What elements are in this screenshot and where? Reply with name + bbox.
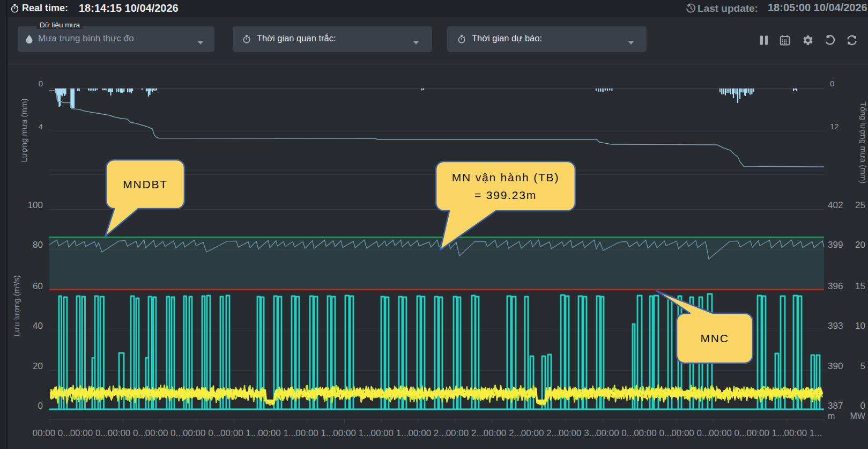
svg-text:00:00 2...: 00:00 2...	[409, 428, 447, 438]
svg-text:00:00 2...: 00:00 2...	[446, 428, 484, 438]
svg-text:387: 387	[828, 401, 843, 411]
svg-text:00:00 1...: 00:00 1...	[784, 428, 822, 438]
svg-text:00:00 2...: 00:00 2...	[521, 428, 559, 438]
svg-text:00:00 0...: 00:00 0...	[671, 428, 709, 438]
svg-text:60: 60	[33, 281, 43, 291]
svg-text:20: 20	[855, 240, 865, 250]
svg-text:Lưu lượng (m³/s): Lưu lượng (m³/s)	[12, 275, 21, 336]
svg-text:0: 0	[830, 79, 834, 88]
svg-text:00:00 0...: 00:00 0...	[70, 428, 108, 438]
svg-text:00:00 1...: 00:00 1...	[258, 428, 296, 438]
svg-text:MNDBT: MNDBT	[123, 178, 168, 190]
svg-text:00:00 1...: 00:00 1...	[746, 428, 784, 438]
svg-text:MW: MW	[850, 411, 866, 421]
svg-text:12: 12	[830, 122, 839, 131]
svg-text:00:00 0...: 00:00 0...	[709, 428, 747, 438]
svg-text:00:00 1...: 00:00 1...	[333, 428, 371, 438]
svg-text:399: 399	[828, 240, 843, 250]
svg-text:5: 5	[860, 361, 865, 371]
svg-text:00:00 1...: 00:00 1...	[370, 428, 409, 438]
svg-text:Lượng mưa (mm): Lượng mưa (mm)	[19, 98, 28, 162]
svg-text:00:00 0...: 00:00 0...	[634, 428, 672, 438]
svg-text:00:00 0...: 00:00 0...	[145, 428, 183, 438]
svg-text:00:00 0...: 00:00 0...	[183, 428, 221, 438]
svg-text:= 399.23m: = 399.23m	[474, 189, 537, 201]
svg-text:MN vận hành (TB): MN vận hành (TB)	[452, 171, 559, 183]
svg-text:00:00 0...: 00:00 0...	[596, 428, 634, 438]
svg-text:MNC: MNC	[700, 332, 729, 344]
svg-text:0: 0	[38, 401, 43, 411]
svg-text:00:00 0...: 00:00 0...	[108, 428, 146, 438]
svg-text:00:00 0...: 00:00 0...	[33, 428, 71, 438]
svg-text:396: 396	[828, 281, 843, 291]
svg-text:m: m	[828, 411, 835, 421]
svg-text:25: 25	[855, 200, 865, 210]
svg-text:00:00 1...: 00:00 1...	[295, 428, 333, 438]
svg-text:390: 390	[828, 361, 843, 371]
svg-text:00:00 3...: 00:00 3...	[559, 428, 597, 438]
svg-text:0: 0	[860, 401, 865, 411]
svg-text:80: 80	[33, 240, 43, 250]
svg-text:10: 10	[855, 321, 865, 331]
svg-text:393: 393	[828, 321, 843, 331]
svg-text:40: 40	[33, 321, 43, 331]
svg-text:00:00 1...: 00:00 1...	[220, 428, 258, 438]
svg-text:00:00 2...: 00:00 2...	[484, 428, 522, 438]
svg-text:100: 100	[28, 200, 43, 210]
svg-text:Tổng lượng mưa (mm): Tổng lượng mưa (mm)	[859, 102, 868, 183]
svg-text:15: 15	[855, 281, 865, 291]
svg-text:20: 20	[33, 361, 43, 371]
svg-text:402: 402	[828, 200, 843, 210]
svg-text:0: 0	[39, 79, 43, 88]
svg-text:4: 4	[39, 122, 43, 131]
